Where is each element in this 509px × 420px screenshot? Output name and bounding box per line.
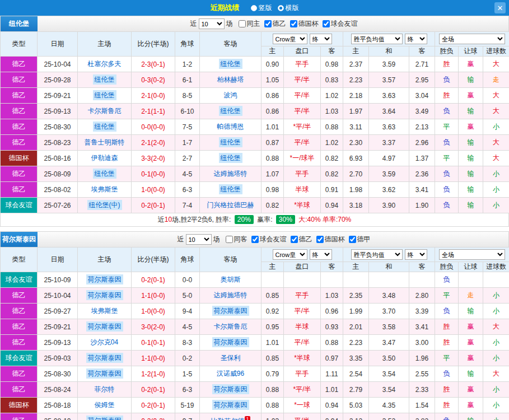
away-team-link[interactable]: 荷尔斯泰因 (212, 337, 249, 347)
goals-result (483, 272, 509, 288)
avg-draw: 3.57 (369, 72, 409, 88)
league-filter[interactable]: 同客 (226, 235, 248, 244)
away-team-link[interactable]: 汉诺威96 (217, 370, 244, 377)
away-team-link[interactable]: 纽伦堡 (219, 106, 242, 116)
league-filter[interactable]: 德乙 (264, 19, 286, 29)
odds-stage-select[interactable]: 终 (310, 249, 332, 260)
avg-away: 2.13 (409, 119, 435, 135)
away-team-link[interactable]: 达姆施塔特 (214, 291, 248, 299)
summary-part: 赢率: (255, 216, 274, 223)
home-team-link[interactable]: 菲尔特 (95, 385, 115, 393)
avg-draw: 3.37 (369, 135, 409, 151)
league-filter-checkbox[interactable] (316, 236, 324, 243)
away-team-link[interactable]: 波鸿 (224, 91, 237, 99)
match-result: 负 (435, 72, 459, 88)
away-team-link[interactable]: 卡尔斯鲁厄 (214, 323, 248, 330)
match-count-select[interactable]: 10 (186, 234, 212, 245)
league-filter[interactable]: 德国杯 (316, 235, 345, 244)
match-row: 德国杯25-08-18侯姆堡0-2(0-1)5-19荷尔斯泰因0.88*一球0.… (1, 398, 509, 413)
league-filter-checkbox[interactable] (239, 20, 246, 27)
handicap-line: 平/半 (284, 72, 321, 88)
bookmaker-select[interactable]: Crow皇 (273, 249, 307, 260)
away-team-cell: 达姆施塔特 (200, 166, 261, 182)
league-filter-checkbox[interactable] (290, 20, 297, 27)
handicap-line: 平/半 (284, 335, 321, 351)
goals-result: 小 (483, 119, 509, 135)
league-filter[interactable]: 德国杯 (290, 19, 319, 29)
away-team-link[interactable]: 纽伦堡 (219, 59, 242, 69)
away-team-cell: 纽伦堡 (200, 104, 261, 119)
avg-away: 2.96 (409, 135, 435, 151)
league-filter[interactable]: 德乙 (291, 235, 312, 244)
league-filter-checkbox[interactable] (323, 20, 330, 27)
goals-result: 小 (483, 413, 509, 420)
avg-home: 2.70 (343, 166, 369, 182)
horizontal-layout-radio[interactable] (278, 5, 284, 11)
odds-stage-select[interactable]: 终 (310, 34, 332, 44)
match-row: 德乙25-09-13卡尔斯鲁厄2-1(1-1)6-10纽伦堡0.86平/半1.0… (1, 104, 509, 119)
avg-stage-select[interactable]: 终 (405, 34, 427, 44)
away-team-link[interactable]: 荷尔斯泰因 (212, 384, 249, 394)
avg-type-select[interactable]: 胜平负均值 (351, 34, 403, 44)
home-team-link[interactable]: 埃弗斯堡 (91, 307, 118, 315)
away-team-link[interactable]: 奥胡斯 (221, 276, 241, 283)
handicap-result: 赢 (459, 119, 483, 135)
home-team-link[interactable]: 荷尔斯泰因 (86, 290, 123, 300)
home-team-link[interactable]: 荷尔斯泰因 (86, 321, 123, 332)
league-filter-checkbox[interactable] (264, 20, 272, 27)
league-filter-checkbox[interactable] (291, 236, 298, 243)
home-team-link[interactable]: 侯姆堡 (95, 401, 115, 409)
handicap-line: 平/半 (284, 413, 321, 420)
goals-result: 大 (483, 57, 509, 72)
avg-stage-select[interactable]: 终 (405, 249, 427, 260)
layout-vertical-option[interactable]: 竖版 (251, 3, 272, 13)
away-team-link[interactable]: 比勒菲尔德 (211, 417, 244, 420)
league-filter-label: 球会友谊 (260, 235, 287, 244)
home-team-link[interactable]: 纽伦堡 (93, 169, 116, 179)
home-team-link[interactable]: 纽伦堡 (93, 74, 116, 85)
league-filter[interactable]: 德甲 (349, 235, 371, 244)
away-team-link[interactable]: 达姆施塔特 (214, 170, 248, 178)
league-filter[interactable]: 球会友谊 (323, 19, 358, 29)
home-team-link[interactable]: 荷尔斯泰因 (86, 274, 123, 284)
away-team-cell: 波鸿 (200, 88, 261, 104)
away-team-link[interactable]: 圣保利 (221, 354, 241, 362)
home-team-link[interactable]: 荷尔斯泰因 (86, 416, 123, 420)
league-type-badge: 德国杯 (1, 398, 38, 413)
home-team-link[interactable]: 沙尔克04 (91, 338, 118, 346)
away-team-link[interactable]: 荷尔斯泰因 (212, 306, 249, 316)
league-filter[interactable]: 同主 (239, 19, 260, 29)
away-team-link[interactable]: 帕德博恩 (217, 123, 244, 130)
bookmaker-select[interactable]: Crow皇 (273, 34, 307, 44)
away-team-link[interactable]: 柏林赫塔 (217, 76, 244, 83)
scope-select[interactable]: 全场 (439, 34, 505, 44)
close-icon[interactable]: ✕ (494, 2, 506, 13)
vertical-layout-radio[interactable] (251, 5, 257, 11)
home-team-link[interactable]: 普鲁士明斯特 (85, 138, 125, 146)
match-count-select[interactable]: 10 (199, 18, 225, 29)
home-team-link[interactable]: 纽伦堡(中) (87, 200, 122, 210)
home-team-link[interactable]: 纽伦堡 (93, 122, 116, 132)
home-team-link[interactable]: 杜塞尔多夫 (88, 60, 122, 68)
layout-horizontal-option[interactable]: 横版 (278, 3, 299, 13)
league-filter-checkbox[interactable] (226, 236, 233, 243)
avg-type-select[interactable]: 胜平负均值 (351, 249, 403, 260)
col-header-avg-draw: 和 (369, 46, 409, 57)
away-team-link[interactable]: 纽伦堡 (219, 153, 242, 163)
home-team-link[interactable]: 埃弗斯堡 (91, 185, 118, 193)
away-team-link[interactable]: 荷尔斯泰因 (212, 400, 249, 410)
away-team-link[interactable]: 纽伦堡 (219, 137, 242, 147)
away-team-link[interactable]: 门兴格拉德巴赫 (207, 201, 254, 209)
league-filter-checkbox[interactable] (349, 236, 356, 243)
scope-select[interactable]: 全场 (439, 249, 505, 260)
home-team-link[interactable]: 伊勒迪森 (91, 154, 118, 162)
league-filter[interactable]: 球会友谊 (251, 235, 287, 244)
home-team-link[interactable]: 荷尔斯泰因 (86, 368, 123, 379)
home-team-link[interactable]: 荷尔斯泰因 (86, 353, 123, 363)
home-team-link[interactable]: 纽伦堡 (93, 90, 116, 100)
match-result: 平 (435, 119, 459, 135)
away-team-link[interactable]: 纽伦堡 (219, 184, 242, 194)
league-filter-checkbox[interactable] (251, 236, 259, 243)
home-team-link[interactable]: 卡尔斯鲁厄 (88, 107, 122, 115)
corner-score: 1-7 (175, 135, 200, 151)
